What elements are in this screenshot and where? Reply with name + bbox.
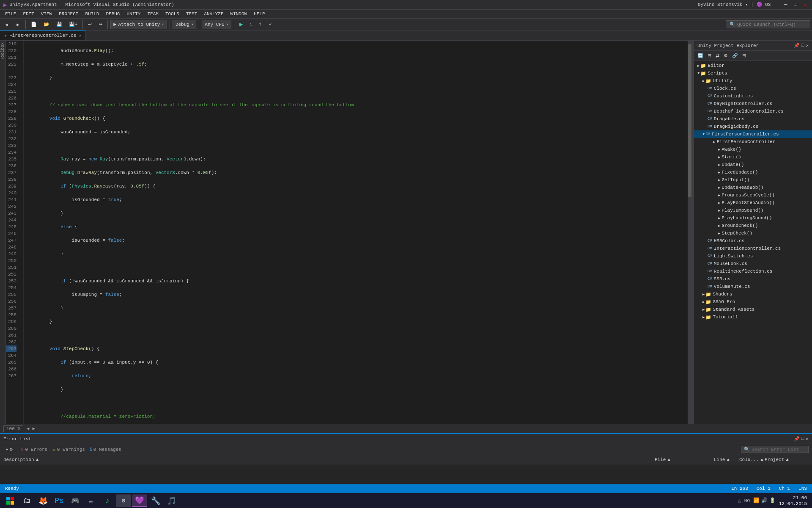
- menu-window[interactable]: WINDOW: [227, 11, 251, 17]
- tree-lightswitch[interactable]: C# LightSwitch.cs: [694, 252, 812, 260]
- tree-standardassets[interactable]: ▶ 📁 Standard Assets: [694, 306, 812, 313]
- menu-view[interactable]: VIEW: [38, 11, 55, 17]
- expand-all-button[interactable]: ⊞: [741, 52, 748, 59]
- expand-shaders-arrow[interactable]: ▶: [702, 292, 705, 297]
- tree-updateheadbob[interactable]: ◆ UpdateHeadBob(): [694, 184, 812, 191]
- col-col[interactable]: Colu... ▲: [736, 457, 761, 462]
- steam-taskbar[interactable]: ⚙: [116, 494, 131, 507]
- expand-sa-arrow[interactable]: ▶: [702, 307, 705, 312]
- pin-error-button[interactable]: 📌: [794, 436, 800, 442]
- expand-button[interactable]: □: [801, 43, 804, 48]
- minimize-button[interactable]: ─: [782, 2, 789, 8]
- col-description[interactable]: Description ▲: [0, 457, 651, 462]
- col-file[interactable]: File ▲: [651, 457, 710, 462]
- app9-taskbar[interactable]: 🔧: [148, 494, 163, 507]
- back-button[interactable]: ◄: [2, 21, 11, 28]
- tree-getinput[interactable]: ◆ GetInput(): [694, 176, 812, 184]
- error-filter[interactable]: ✕ 0 Errors: [21, 447, 47, 452]
- tree-dragable[interactable]: C# Dragable.cs: [694, 115, 812, 123]
- tree-playlanding[interactable]: ◆ PlayLandingSound(): [694, 214, 812, 222]
- save-all-button[interactable]: 💾+: [66, 21, 80, 28]
- pin-button[interactable]: 📌: [794, 43, 800, 48]
- tree-volumemute[interactable]: C# VolumeMute.cs: [694, 283, 812, 290]
- tree-fpc[interactable]: ▼ C# FirstPersonController.cs: [694, 130, 812, 138]
- col-project[interactable]: Project ▲: [761, 457, 812, 462]
- filter-button[interactable]: ▾ ⚙: [3, 446, 16, 453]
- tab-close-button[interactable]: ✕: [79, 33, 81, 38]
- file-explorer-taskbar[interactable]: 🗂: [19, 494, 35, 507]
- close-error-button[interactable]: ✕: [806, 436, 809, 442]
- expand-scripts-arrow[interactable]: ▼: [697, 71, 700, 75]
- redo-button[interactable]: ↪: [96, 21, 105, 28]
- step-out-button[interactable]: ⤶: [266, 21, 274, 28]
- attach-settings-button[interactable]: 🔗: [730, 52, 740, 59]
- tree-fpc-class[interactable]: ◆ FirstPersonController: [694, 138, 812, 146]
- tree-start[interactable]: ◆ Start(): [694, 153, 812, 161]
- menu-edit[interactable]: EDIT: [19, 11, 37, 17]
- tree-playfootstep[interactable]: ◆ PlayFootStepAudio(): [694, 199, 812, 207]
- warning-filter[interactable]: ⚠ 0 Warnings: [52, 447, 85, 452]
- tree-shaders[interactable]: ▶ 📁 Shaders: [694, 290, 812, 298]
- zoom-level[interactable]: 100 %: [3, 425, 23, 432]
- attach-dropdown-arrow[interactable]: ▾: [162, 22, 164, 27]
- firefox-taskbar[interactable]: 🦊: [36, 494, 51, 507]
- unity-taskbar[interactable]: 🎮: [68, 494, 83, 507]
- menu-unity[interactable]: UNITY: [123, 11, 144, 17]
- menu-project[interactable]: PROJECT: [55, 11, 82, 17]
- tree-depthoffield[interactable]: C# DepthOfFieldController.cs: [694, 108, 812, 115]
- forward-button[interactable]: ►: [13, 21, 23, 28]
- expand-editor-arrow[interactable]: ▶: [697, 64, 700, 68]
- step-into-button[interactable]: ⤵: [247, 21, 255, 28]
- app5-taskbar[interactable]: ✏: [84, 494, 99, 507]
- menu-test[interactable]: TEST: [183, 11, 200, 17]
- tree-awake[interactable]: ◆ Awake(): [694, 146, 812, 153]
- error-search[interactable]: 🔍 Search Error List: [741, 446, 809, 453]
- settings-button[interactable]: ⚙: [722, 52, 730, 59]
- tree-clock[interactable]: C# Clock.cs: [694, 85, 812, 92]
- tree-progressstepcycle[interactable]: ◆ ProgressStepCycle(): [694, 191, 812, 199]
- tree-groundcheck[interactable]: ◆ GroundCheck(): [694, 222, 812, 229]
- tab-firstpersoncontroller[interactable]: ● FirstPersonController.cs ✕: [0, 30, 86, 40]
- expand-ssao-arrow[interactable]: ▶: [702, 300, 705, 304]
- expand-fpc-arrow[interactable]: ▼: [702, 132, 705, 136]
- undo-button[interactable]: ↩: [85, 21, 94, 28]
- editor-scrollbar[interactable]: [688, 41, 694, 424]
- tree-utility-folder[interactable]: ▶ 📁 Utility: [694, 77, 812, 85]
- tree-interactioncontroller[interactable]: C# InteractionController.cs: [694, 245, 812, 252]
- user-info[interactable]: Øyvind Strømsvik ▾ | 🟣 OS: [698, 2, 771, 8]
- menu-help[interactable]: HELP: [250, 11, 268, 17]
- menu-analyze[interactable]: ANALYZE: [200, 11, 227, 17]
- expand-t1-arrow[interactable]: ▶: [702, 315, 705, 320]
- tree-hsbcolor[interactable]: C# HSBColor.cs: [694, 237, 812, 245]
- tree-stepcheck[interactable]: ◆ StepCheck(): [694, 229, 812, 237]
- tree-scripts-folder[interactable]: ▼ 📁 Scripts: [694, 69, 812, 77]
- code-content[interactable]: audioSource.Play(); m_NextStep = m_StepC…: [24, 41, 688, 424]
- expand-error-button[interactable]: □: [801, 436, 804, 442]
- tree-daynightcontroller[interactable]: C# DayNightController.cs: [694, 100, 812, 108]
- tree-update[interactable]: ◆ Update(): [694, 161, 812, 168]
- spotify-taskbar[interactable]: ♪: [100, 494, 115, 507]
- menu-team[interactable]: TEAM: [144, 11, 162, 17]
- menu-debug[interactable]: DEBUG: [102, 11, 123, 17]
- start-button[interactable]: [2, 494, 19, 507]
- close-explorer-button[interactable]: ✕: [806, 43, 809, 48]
- code-editor[interactable]: 219220221222 223224225226227 22822923023…: [6, 41, 694, 424]
- menu-tools[interactable]: TOOLS: [162, 11, 183, 17]
- tree-playjump[interactable]: ◆ PlayJumpSound(): [694, 207, 812, 214]
- tree-dragrb[interactable]: C# DragRigidbody.cs: [694, 123, 812, 130]
- tree-tutorial1[interactable]: ▶ 📁 Tutorial1: [694, 313, 812, 321]
- message-filter[interactable]: ℹ 0 Messages: [90, 447, 121, 452]
- menu-file[interactable]: FILE: [2, 11, 19, 17]
- maximize-button[interactable]: □: [793, 2, 799, 8]
- menu-build[interactable]: BUILD: [82, 11, 102, 17]
- col-line[interactable]: Line ▲: [710, 457, 736, 462]
- close-button[interactable]: ✕: [802, 2, 809, 8]
- debug-dropdown[interactable]: Debug ▾: [173, 20, 196, 29]
- tree-fixedupdate[interactable]: ◆ FixedUpdate(): [694, 168, 812, 176]
- save-button[interactable]: 💾: [54, 21, 65, 28]
- tree-ssao[interactable]: ▶ 📁 SSAO Pro: [694, 298, 812, 306]
- tree-customlight[interactable]: C# CustomLight.cs: [694, 92, 812, 100]
- tree-realtimereflection[interactable]: C# RealtimeReflection.cs: [694, 268, 812, 275]
- app10-taskbar[interactable]: 🎵: [164, 494, 179, 507]
- show-desktop[interactable]: △: [738, 497, 741, 504]
